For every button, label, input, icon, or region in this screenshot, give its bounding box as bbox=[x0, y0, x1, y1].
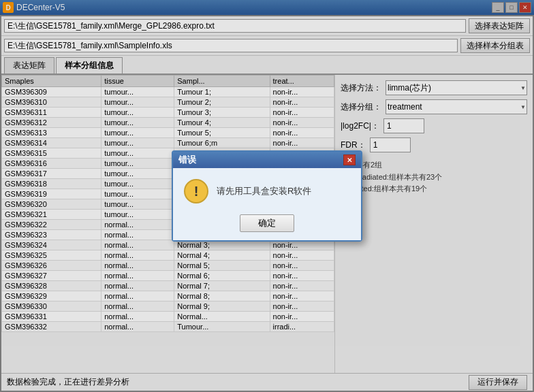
dialog-close-button[interactable]: ✕ bbox=[343, 154, 356, 165]
warning-icon: ! bbox=[184, 179, 208, 203]
dialog-content: ! 请先用工具盒安装R软件 bbox=[184, 179, 350, 203]
dialog-title: 错误 bbox=[178, 154, 196, 166]
dialog-overlay: 错误 ✕ ! 请先用工具盒安装R软件 确定 bbox=[0, 0, 534, 392]
dialog-ok-button[interactable]: 确定 bbox=[240, 214, 294, 232]
dialog-buttons: 确定 bbox=[184, 214, 350, 232]
dialog-titlebar: 错误 ✕ bbox=[173, 152, 361, 168]
dialog-message: 请先用工具盒安装R软件 bbox=[217, 185, 311, 197]
dialog-body: ! 请先用工具盒安装R软件 确定 bbox=[173, 168, 361, 240]
error-dialog: 错误 ✕ ! 请先用工具盒安装R软件 确定 bbox=[172, 150, 362, 242]
